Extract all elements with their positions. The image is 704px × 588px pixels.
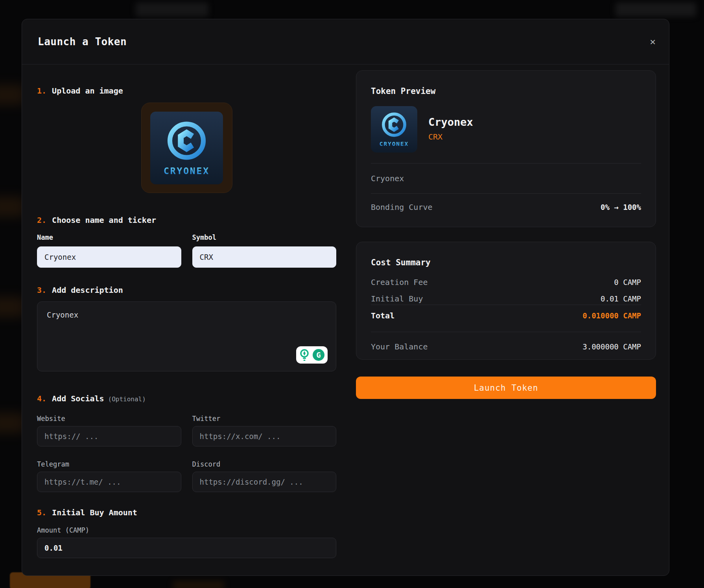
cost-summary-card: Cost Summary Creation Fee 0 CAMP Initial… xyxy=(356,242,656,360)
token-preview-row: CRYONEX Cryonex CRX xyxy=(371,106,641,153)
discord-field-group: Discord xyxy=(192,461,337,492)
section-title: Initial Buy Amount xyxy=(52,508,137,517)
background-topbar-left xyxy=(136,2,208,17)
section-title: Upload an image xyxy=(52,86,123,96)
divider xyxy=(371,193,641,194)
section-title: Add Socials xyxy=(52,394,104,403)
section-title: Choose name and ticker xyxy=(52,215,156,225)
initial-buy-value: 0.01 CAMP xyxy=(601,294,641,303)
bonding-curve-row: Bonding Curve 0% → 100% xyxy=(371,202,641,212)
bonding-curve-value: 0% → 100% xyxy=(601,203,641,211)
launch-token-modal: Launch a Token ✕ 1.Upload an image xyxy=(22,19,669,576)
bonding-curve-label: Bonding Curve xyxy=(371,202,433,212)
description-textarea[interactable]: Cryonex xyxy=(37,301,336,371)
cost-summary-title: Cost Summary xyxy=(371,258,641,267)
page: Launch a Token ✕ 1.Upload an image xyxy=(0,0,704,588)
launch-token-button[interactable]: Launch Token xyxy=(356,377,656,399)
token-form: 1.Upload an image CRYONEX 2.Choose na xyxy=(37,86,336,558)
section-title: Add description xyxy=(52,285,123,295)
modal-title: Launch a Token xyxy=(38,36,127,48)
total-value: 0.010000 CAMP xyxy=(582,311,641,320)
name-field-group: Name xyxy=(37,234,181,268)
your-balance-value: 3.000000 CAMP xyxy=(582,342,641,351)
logo-wordmark: CRYONEX xyxy=(380,140,409,147)
cryonex-logo-icon: CRYONEX xyxy=(371,106,417,153)
name-label: Name xyxy=(37,234,181,241)
amount-input[interactable] xyxy=(37,538,336,558)
section-number: 5. xyxy=(37,508,46,517)
logo-wordmark: CRYONEX xyxy=(164,166,210,176)
symbol-field-group: Symbol xyxy=(192,234,337,268)
twitter-input[interactable] xyxy=(192,426,337,447)
section-name-ticker: 2.Choose name and ticker xyxy=(37,215,336,225)
divider xyxy=(371,305,641,305)
creation-fee-label: Creation Fee xyxy=(371,277,428,287)
token-symbol: CRX xyxy=(428,132,473,141)
section-upload-image: 1.Upload an image xyxy=(37,86,336,96)
section-number: 4. xyxy=(37,394,46,403)
website-label: Website xyxy=(37,415,181,422)
section-description: 3.Add description xyxy=(37,285,336,295)
twitter-field-group: Twitter xyxy=(192,415,337,447)
creation-fee-value: 0 CAMP xyxy=(614,278,641,287)
initial-buy-label: Initial Buy xyxy=(371,294,423,303)
section-number: 1. xyxy=(37,86,46,96)
token-name: Cryonex xyxy=(428,116,473,128)
token-preview-card: Token Preview CRYONEX Cryonex xyxy=(356,70,656,227)
modal-header: Launch a Token ✕ xyxy=(22,19,669,64)
token-description-preview: Cryonex xyxy=(371,164,641,193)
your-balance-label: Your Balance xyxy=(371,342,428,351)
background-glow xyxy=(173,581,224,588)
section-initial-buy: 5.Initial Buy Amount xyxy=(37,508,336,517)
section-number: 3. xyxy=(37,285,46,295)
token-image-upload[interactable]: CRYONEX xyxy=(141,103,232,193)
section-optional-suffix: (Optional) xyxy=(108,395,146,403)
token-logo-thumbnail: CRYONEX xyxy=(371,106,417,153)
discord-input[interactable] xyxy=(192,472,337,492)
summary-column: Token Preview CRYONEX Cryonex xyxy=(356,70,656,399)
section-socials: 4.Add Socials(Optional) xyxy=(37,394,336,404)
close-button[interactable]: ✕ xyxy=(647,34,659,50)
token-preview-title: Token Preview xyxy=(371,86,641,96)
amount-label: Amount (CAMP) xyxy=(37,527,336,534)
twitter-label: Twitter xyxy=(192,415,337,422)
telegram-input[interactable] xyxy=(37,472,181,492)
section-number: 2. xyxy=(37,215,46,225)
modal-content: 1.Upload an image CRYONEX 2.Choose na xyxy=(22,65,669,575)
total-row: Total 0.010000 CAMP xyxy=(371,311,641,320)
symbol-label: Symbol xyxy=(192,234,337,241)
website-input[interactable] xyxy=(37,426,181,447)
initial-buy-row: Initial Buy 0.01 CAMP xyxy=(371,294,641,303)
name-input[interactable] xyxy=(37,246,181,268)
amount-field-group: Amount (CAMP) xyxy=(37,527,336,558)
total-label: Total xyxy=(371,311,394,320)
symbol-input[interactable] xyxy=(192,246,337,268)
your-balance-row: Your Balance 3.000000 CAMP xyxy=(371,342,641,351)
telegram-label: Telegram xyxy=(37,461,181,468)
token-identity: Cryonex CRX xyxy=(428,106,473,153)
close-icon: ✕ xyxy=(650,36,656,47)
website-field-group: Website xyxy=(37,415,181,447)
discord-label: Discord xyxy=(192,461,337,468)
svg-text:G: G xyxy=(316,351,321,359)
grammarly-widget-icon[interactable]: G xyxy=(296,346,328,364)
creation-fee-row: Creation Fee 0 CAMP xyxy=(371,277,641,287)
description-wrapper: Cryonex G xyxy=(37,301,336,373)
token-logo-preview: CRYONEX xyxy=(150,112,223,184)
cryonex-logo-icon: CRYONEX xyxy=(150,112,223,184)
background-topbar-right xyxy=(616,2,696,17)
divider xyxy=(371,332,641,332)
telegram-field-group: Telegram xyxy=(37,461,181,492)
